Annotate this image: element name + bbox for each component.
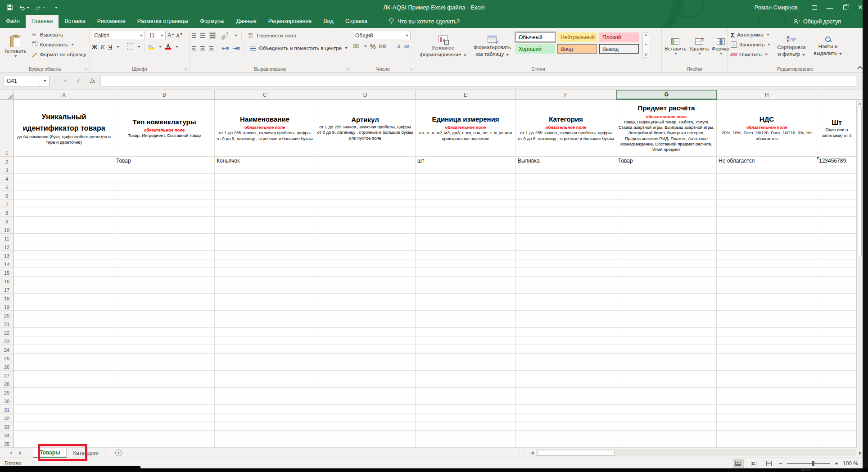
underline-button[interactable]: Ч — [108, 44, 112, 50]
cell-E7[interactable] — [416, 200, 516, 208]
row-number-2[interactable]: 2 — [0, 157, 14, 165]
ribbon-tab-Рецензирование[interactable]: Рецензирование — [262, 15, 318, 28]
cell-G35[interactable] — [616, 439, 717, 448]
cell-E29[interactable] — [416, 388, 516, 396]
cell-H17[interactable] — [717, 285, 817, 294]
cell-I10[interactable] — [817, 225, 856, 234]
copy-button[interactable]: Копировать — [29, 40, 88, 50]
cell-A1[interactable]: Уникальный идентификатор товарадо 64 сим… — [14, 100, 114, 157]
merge-center-button[interactable]: Объединить и поместить в центре — [248, 43, 349, 53]
find-select-button[interactable]: Найти ивыделить — [811, 30, 845, 63]
cell-E34[interactable] — [416, 431, 516, 439]
shrink-font-button[interactable]: А▼ — [176, 32, 183, 38]
merge-dropdown-icon[interactable] — [345, 47, 348, 49]
increase-indent-button[interactable]: ⇥≡ — [233, 45, 240, 51]
font-color-button[interactable]: А — [165, 44, 171, 50]
align-center-button[interactable] — [200, 46, 205, 50]
cell-G31[interactable] — [616, 405, 717, 413]
cell-D11[interactable] — [315, 234, 416, 242]
paste-button[interactable]: Вставить — [2, 30, 29, 63]
cell-G7[interactable] — [616, 200, 717, 208]
cell-C13[interactable] — [215, 251, 315, 259]
ribbon-tab-Вид[interactable]: Вид — [317, 15, 339, 28]
cell-style-Хороший[interactable]: Хороший — [515, 44, 555, 54]
row-number-9[interactable]: 9 — [0, 217, 14, 225]
cell-E26[interactable] — [416, 362, 516, 371]
cell-H6[interactable] — [717, 191, 817, 200]
zoom-slider-thumb[interactable] — [812, 461, 814, 466]
restore-button[interactable] — [837, 0, 853, 15]
cell-H13[interactable] — [717, 251, 817, 259]
column-header-E[interactable]: E — [416, 90, 516, 100]
cell-H34[interactable] — [717, 431, 817, 439]
row-number-18[interactable]: 18 — [0, 294, 14, 302]
cell-G4[interactable] — [616, 174, 717, 182]
cell-H18[interactable] — [717, 294, 817, 302]
cell-C33[interactable] — [215, 422, 315, 431]
number-dialog-launcher[interactable]: ↘ — [409, 67, 413, 71]
cell-F15[interactable] — [516, 268, 616, 277]
cell-A20[interactable] — [14, 311, 114, 319]
horizontal-scroll-track[interactable] — [536, 449, 856, 456]
cell-D20[interactable] — [315, 311, 416, 319]
cell-B34[interactable] — [114, 431, 215, 439]
page-break-view-button[interactable] — [764, 459, 774, 468]
cell-E20[interactable] — [416, 311, 516, 319]
cell-A10[interactable] — [14, 225, 114, 234]
row-number-25[interactable]: 25 — [0, 354, 14, 362]
cell-C27[interactable] — [215, 371, 315, 379]
cell-G20[interactable] — [616, 311, 717, 319]
cell-B11[interactable] — [114, 234, 215, 242]
cell-E10[interactable] — [416, 225, 516, 234]
cell-G19[interactable] — [616, 302, 717, 311]
ribbon-display-options-button[interactable] — [807, 0, 822, 15]
cell-G25[interactable] — [616, 354, 717, 362]
accounting-dropdown-icon[interactable] — [364, 45, 367, 47]
undo-button[interactable] — [18, 5, 29, 11]
cell-F30[interactable] — [516, 396, 616, 405]
row-number-34[interactable]: 34 — [0, 431, 14, 439]
formula-input[interactable] — [100, 76, 856, 86]
cell-H11[interactable] — [717, 234, 817, 242]
row-number-26[interactable]: 26 — [0, 362, 14, 371]
cell-F1[interactable]: Категорияобязательное полеот 1 до 255 зн… — [516, 100, 616, 157]
cell-H2[interactable]: Не облагается — [717, 157, 817, 165]
cell-A30[interactable] — [14, 396, 114, 405]
row-number-6[interactable]: 6 — [0, 191, 14, 200]
cell-D33[interactable] — [315, 422, 416, 431]
decrease-decimal-button[interactable]: ,00→ — [403, 44, 413, 49]
cell-I17[interactable] — [817, 285, 856, 294]
cell-B20[interactable] — [114, 311, 215, 319]
cell-D4[interactable] — [315, 174, 416, 182]
cell-F8[interactable] — [516, 208, 616, 217]
name-box[interactable]: G41 — [4, 76, 50, 86]
cell-G14[interactable] — [616, 259, 717, 268]
cell-E28[interactable] — [416, 379, 516, 388]
cell-E1[interactable]: Единица измеренияобязательное полешт, кг… — [416, 100, 516, 157]
row-number-5[interactable]: 5 — [0, 182, 14, 191]
cell-I7[interactable] — [817, 200, 856, 208]
cell-G6[interactable] — [616, 191, 717, 200]
sheet-nav-right-icon[interactable] — [19, 451, 22, 455]
cell-I24[interactable] — [817, 345, 856, 354]
row-number-3[interactable]: 3 — [0, 165, 14, 174]
cell-I26[interactable] — [817, 362, 856, 371]
cell-F24[interactable] — [516, 345, 616, 354]
cell-G23[interactable] — [616, 336, 717, 345]
cell-I1[interactable]: ШтОдин или нзапятыми) от 4 — [817, 100, 856, 157]
cell-A19[interactable] — [14, 302, 114, 311]
cell-H23[interactable] — [717, 336, 817, 345]
cell-F31[interactable] — [516, 405, 616, 413]
cell-H15[interactable] — [717, 268, 817, 277]
cell-A21[interactable] — [14, 319, 114, 328]
ribbon-tab-Формулы[interactable]: Формулы — [194, 15, 230, 28]
cell-F16[interactable] — [516, 277, 616, 285]
cell-G17[interactable] — [616, 285, 717, 294]
row-number-27[interactable]: 27 — [0, 371, 14, 379]
cell-G28[interactable] — [616, 379, 717, 388]
fill-button[interactable]: ↓Заполнить — [729, 40, 772, 50]
vertical-scroll-thumb[interactable] — [858, 108, 862, 256]
cell-C25[interactable] — [215, 354, 315, 362]
row-number-1[interactable]: 1 — [0, 100, 14, 157]
cell-F34[interactable] — [516, 431, 616, 439]
